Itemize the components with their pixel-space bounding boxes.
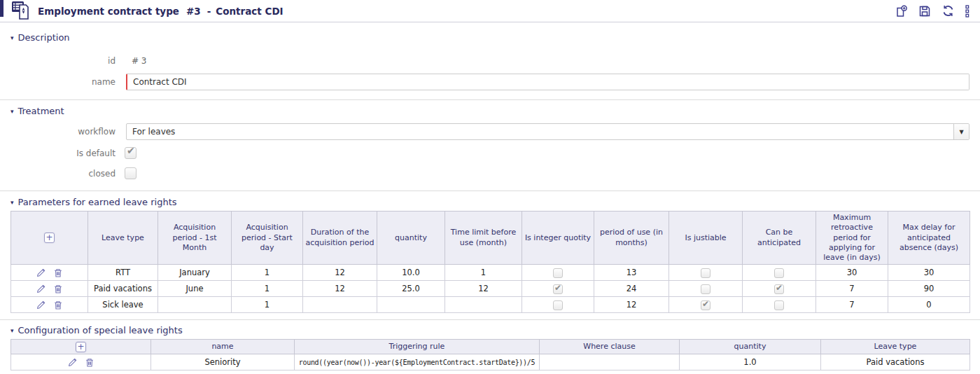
record-id: #3 <box>186 6 201 17</box>
column-header[interactable]: name <box>151 340 295 354</box>
cell-checkbox <box>743 281 816 297</box>
cell: 7 <box>816 281 888 297</box>
checkbox[interactable] <box>774 284 784 294</box>
cell: 1 <box>232 265 303 281</box>
cell <box>540 354 680 370</box>
table-row[interactable]: RTTJanuary11210.01133030 <box>11 265 970 281</box>
column-header[interactable]: Time limit before use (month) <box>445 212 522 265</box>
column-header[interactable]: Is justiable <box>669 212 743 265</box>
delete-row-icon[interactable] <box>53 284 63 294</box>
page-title: Employment contract type #3 - Contract C… <box>38 6 284 17</box>
section-title: Configuration of special leave rights <box>18 325 183 335</box>
cell: 1 <box>232 281 303 297</box>
title-separator: - <box>207 6 211 17</box>
closed-label: closed <box>10 169 115 179</box>
column-header[interactable]: period of use (in months) <box>594 212 669 265</box>
cell: 12 <box>594 297 669 313</box>
column-header[interactable]: quantity <box>680 340 821 354</box>
cell: 0 <box>888 297 970 313</box>
cell: 12 <box>303 265 377 281</box>
column-header[interactable]: Is integer quotity <box>522 212 594 265</box>
column-header[interactable]: Leave type <box>88 212 158 265</box>
record-type-label: Employment contract type <box>38 6 179 17</box>
section-earned-leave-header[interactable]: ▾ Parameters for earned leave rights <box>0 196 980 208</box>
section-divider <box>0 191 980 191</box>
edit-row-icon[interactable] <box>36 284 46 293</box>
edit-row-icon[interactable] <box>36 268 46 277</box>
closed-checkbox[interactable] <box>125 167 136 179</box>
section-description-header[interactable]: ▾ Description <box>0 32 980 43</box>
section-title: Parameters for earned leave rights <box>18 197 177 207</box>
delete-row-icon[interactable] <box>53 300 63 310</box>
cell <box>445 297 522 313</box>
checkbox[interactable] <box>701 284 710 294</box>
edit-row-icon[interactable] <box>36 300 46 310</box>
column-header[interactable]: Acquisition period - Start day <box>232 212 303 265</box>
name-field-row: name Contract CDI <box>0 74 980 90</box>
refresh-icon[interactable] <box>941 4 955 18</box>
collapse-caret-icon: ▾ <box>10 327 14 334</box>
checkbox[interactable] <box>553 284 563 294</box>
cell: 90 <box>888 281 970 297</box>
checkbox[interactable] <box>774 300 784 310</box>
cell: 25.0 <box>377 281 445 297</box>
new-record-icon[interactable] <box>895 4 909 18</box>
row-actions <box>11 265 88 281</box>
workflow-label: workflow <box>10 127 115 137</box>
edit-row-icon[interactable] <box>68 357 78 367</box>
section-title: Treatment <box>18 106 64 116</box>
row-actions <box>11 297 88 313</box>
section-special-leave-header[interactable]: ▾ Configuration of special leave rights <box>0 324 980 336</box>
row-actions <box>11 354 151 370</box>
cell: 1 <box>232 297 303 313</box>
toolbar-actions <box>895 4 970 18</box>
save-icon[interactable] <box>918 4 932 18</box>
cell: 30 <box>816 265 888 281</box>
workflow-selected-value: For leaves <box>127 124 953 139</box>
column-header[interactable]: Where clause <box>540 340 680 354</box>
checkbox[interactable] <box>774 268 784 278</box>
cell <box>303 297 377 313</box>
section-treatment-header[interactable]: ▾ Treatment <box>0 105 980 117</box>
column-header[interactable]: Max delay for anticipated absence (days) <box>888 212 970 265</box>
column-header[interactable]: Can be anticipated <box>743 212 816 265</box>
column-header[interactable]: Acquisition period - 1st Month <box>158 212 232 265</box>
earned-leave-table: +Leave typeAcquisition period - 1st Mont… <box>10 211 970 313</box>
kebab-menu-icon[interactable] <box>965 4 970 18</box>
column-header[interactable]: Leave type <box>821 340 970 354</box>
cell: round((year(now())-year(${EmploymentCont… <box>295 354 540 370</box>
cell: 30 <box>888 265 970 281</box>
checkbox[interactable] <box>553 268 563 278</box>
cell: 1 <box>445 265 522 281</box>
workflow-select[interactable]: For leaves ▼ <box>126 123 969 140</box>
cell-checkbox <box>522 297 594 313</box>
column-header[interactable]: Maximum retroactive period for applying … <box>816 212 888 265</box>
row-actions <box>11 281 88 297</box>
edge-notch <box>0 0 4 17</box>
cell-checkbox <box>522 265 594 281</box>
id-field-row: id # 3 <box>0 55 980 67</box>
collapse-caret-icon: ▾ <box>10 34 14 41</box>
is-default-checkbox[interactable] <box>125 147 136 159</box>
table-row[interactable]: Seniorityround((year(now())-year(${Emplo… <box>11 354 970 370</box>
cell-checkbox <box>743 297 816 313</box>
chevron-down-icon[interactable]: ▼ <box>953 124 969 139</box>
checkbox[interactable] <box>701 300 710 310</box>
delete-row-icon[interactable] <box>53 268 63 278</box>
delete-row-icon[interactable] <box>85 357 94 368</box>
collapse-caret-icon: ▾ <box>10 199 14 206</box>
add-row-button[interactable]: + <box>76 342 86 352</box>
column-header[interactable]: Triggering rule <box>295 340 540 354</box>
name-label: name <box>10 77 115 87</box>
checkbox[interactable] <box>701 268 710 278</box>
cell: 12 <box>303 281 377 297</box>
name-input[interactable]: Contract CDI <box>126 74 969 90</box>
section-divider <box>0 99 980 100</box>
add-row-button[interactable]: + <box>44 233 55 243</box>
column-header[interactable]: Duration of the acquisition period <box>303 212 377 265</box>
checkbox[interactable] <box>553 300 563 310</box>
table-row[interactable]: Sick leave11270 <box>11 297 970 313</box>
table-row[interactable]: Paid vacationsJune11225.01224790 <box>11 281 970 297</box>
column-header[interactable]: quantity <box>377 212 445 265</box>
cell: 12 <box>445 281 522 297</box>
